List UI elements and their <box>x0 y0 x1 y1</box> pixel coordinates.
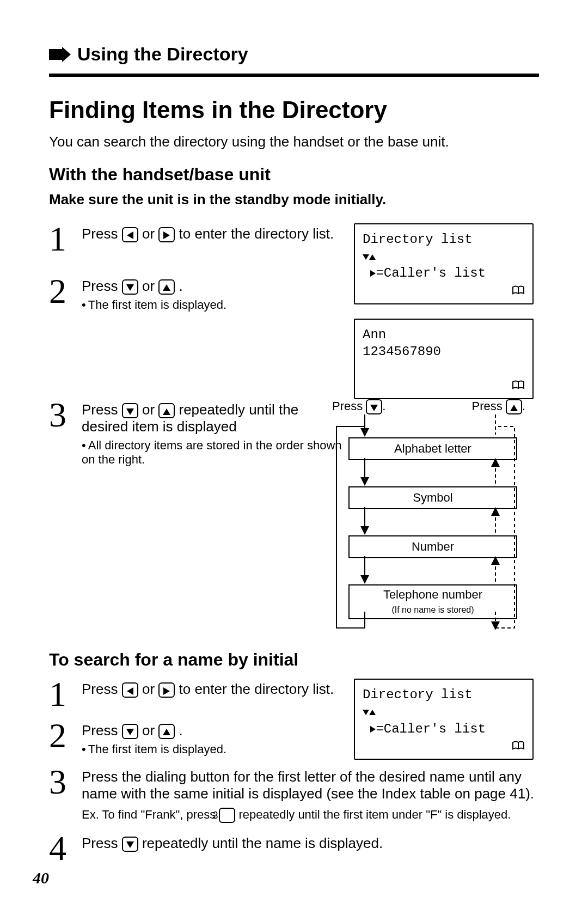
text: to enter the directory list. <box>179 681 334 697</box>
down-key-icon <box>122 724 138 739</box>
diagram-box-tel: Telephone number (If no name is stored) <box>348 584 517 619</box>
down-key-icon <box>366 399 382 414</box>
text: or <box>142 401 158 418</box>
lcd-screen-1: Directory list =Caller's list <box>354 223 534 304</box>
text: Press <box>82 225 122 242</box>
chapter-arrow-icon <box>49 47 71 62</box>
up-key-icon <box>158 724 175 739</box>
text: Press <box>82 681 122 697</box>
lcd-text: =Caller's list <box>376 722 486 736</box>
lcd-line: Directory list <box>363 231 525 248</box>
right-key-icon <box>158 227 175 242</box>
down-key-icon <box>122 837 138 852</box>
page-number: 40 <box>33 869 49 887</box>
book-icon <box>512 285 525 295</box>
page-title: Finding Items in the Directory <box>49 96 539 124</box>
book-icon <box>512 380 525 390</box>
text: Press <box>82 401 122 418</box>
chapter-header: Using the Directory <box>49 44 539 70</box>
up-key-icon <box>158 279 175 295</box>
sec2-step-3: 3 Press the dialing button for the first… <box>49 766 539 823</box>
sort-order-diagram: Press . Press . Alphabet letter Symbol N… <box>332 399 517 639</box>
standby-note: Make sure the unit is in the standby mod… <box>49 191 539 208</box>
sec2-step-1: 1 Press or to enter the directory list. <box>49 679 343 710</box>
up-key-icon <box>158 403 175 418</box>
down-key-icon <box>122 279 138 295</box>
text: or <box>142 225 158 242</box>
text: or <box>142 681 158 697</box>
divider <box>49 74 539 77</box>
right-key-icon <box>158 682 175 698</box>
down-key-icon <box>122 403 138 418</box>
sec2-step-4: 4 Press repeatedly until the name is dis… <box>49 833 539 864</box>
right-triangle-icon <box>370 270 376 277</box>
section1-heading: With the handset/base unit <box>49 164 539 185</box>
text: Press <box>82 722 122 739</box>
sec2-step-2: 2 Press or . The first item is displayed… <box>49 720 343 757</box>
key-3-icon: 3 <box>219 808 235 823</box>
down-triangle-icon <box>363 254 369 260</box>
step-number: 1 <box>49 223 82 255</box>
left-key-icon <box>122 227 138 242</box>
text: repeatedly until the name is displayed. <box>142 835 383 851</box>
section2-heading: To search for a name by initial <box>49 650 539 670</box>
press-up-label: Press . <box>472 399 525 414</box>
chapter-title: Using the Directory <box>77 44 248 65</box>
intro-text: You can search the directory using the h… <box>49 133 539 150</box>
left-key-icon <box>122 682 138 698</box>
press-down-label: Press . <box>332 399 385 414</box>
diagram-box-alphabet: Alphabet letter <box>348 437 517 460</box>
step-1: 1 Press or to enter the directory list. <box>49 223 343 255</box>
diagram-box-number: Number <box>348 535 517 558</box>
text: or <box>142 722 158 739</box>
step-3: 3 Press or repeatedly until the desired … <box>49 399 343 467</box>
text: Press <box>82 278 122 294</box>
step-subnote: The first item is displayed. <box>82 742 343 757</box>
lcd-screen-3: Directory list =Caller's list <box>354 679 534 760</box>
up-triangle-icon <box>369 710 376 715</box>
right-triangle-icon <box>370 726 376 733</box>
example-text: Ex. To find "Frank", press 3 repeatedly … <box>82 808 539 823</box>
step-number: 4 <box>49 833 82 864</box>
text: Press <box>82 835 122 851</box>
lcd-line: Directory list <box>363 686 525 703</box>
lcd-screen-2: Ann 1234567890 <box>354 319 534 400</box>
lcd-text: =Caller's list <box>376 266 486 280</box>
down-triangle-icon <box>363 710 369 715</box>
step-subnote: The first item is displayed. <box>82 298 343 312</box>
book-icon <box>512 741 525 751</box>
diagram-box-symbol: Symbol <box>348 486 517 509</box>
up-key-icon <box>506 399 522 414</box>
lcd-line: Ann <box>363 326 525 343</box>
lcd-line: 1234567890 <box>363 343 525 360</box>
text: or <box>142 278 158 294</box>
step-2: 2 Press or . The first item is displayed… <box>49 276 343 312</box>
svg-marker-0 <box>49 47 71 62</box>
text: Press the dialing button for the first l… <box>82 768 539 802</box>
step-number: 1 <box>49 679 82 710</box>
step-number: 3 <box>49 766 82 798</box>
step-number: 2 <box>49 276 82 307</box>
step-number: 2 <box>49 720 82 752</box>
step-subnote: All directory items are stored in the or… <box>82 438 343 467</box>
up-triangle-icon <box>369 254 376 260</box>
text: . <box>179 278 183 294</box>
step-number: 3 <box>49 399 82 431</box>
text: . <box>179 722 183 739</box>
text: to enter the directory list. <box>179 225 334 242</box>
